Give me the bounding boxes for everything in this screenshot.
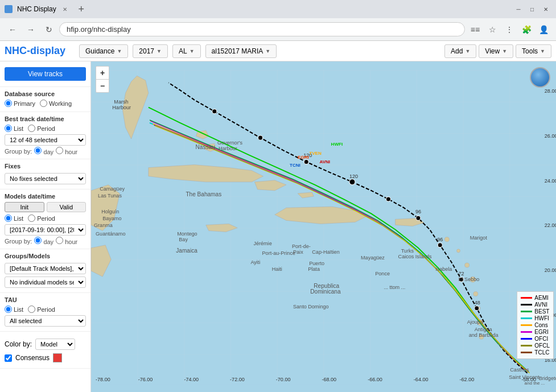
svg-text:Haiti: Haiti bbox=[272, 266, 282, 272]
add-dropdown[interactable]: Add ▼ bbox=[444, 44, 476, 58]
svg-text:28.00: 28.00 bbox=[545, 88, 556, 94]
init-valid-row: Init Valid bbox=[5, 202, 86, 212]
svg-text:48: 48 bbox=[475, 300, 480, 306]
color-by-select[interactable]: Model bbox=[35, 339, 75, 350]
svg-text:Turks: Turks bbox=[401, 248, 414, 254]
list-radio[interactable] bbox=[5, 125, 12, 132]
bookmark-button[interactable]: ☆ bbox=[484, 22, 500, 38]
sidebar: View tracks Database source Primary Work… bbox=[0, 61, 91, 392]
consensus-checkbox[interactable] bbox=[5, 354, 12, 362]
period3-radio-label[interactable]: Period bbox=[28, 306, 55, 313]
new-tab-button[interactable]: + bbox=[73, 1, 89, 17]
list2-radio[interactable] bbox=[5, 214, 12, 222]
fixes-title: Fixes bbox=[5, 163, 86, 170]
valid-button[interactable]: Valid bbox=[47, 202, 87, 212]
svg-text:El Sebbo: El Sebbo bbox=[459, 277, 480, 282]
map-globe-icon bbox=[530, 67, 550, 88]
day-radio[interactable] bbox=[34, 147, 42, 154]
extensions-button[interactable]: 🧩 bbox=[518, 22, 534, 38]
legend-color-aemi bbox=[521, 297, 532, 299]
svg-point-12 bbox=[438, 243, 442, 247]
primary-radio[interactable] bbox=[5, 100, 12, 107]
guidance-dropdown[interactable]: Guidance ▼ bbox=[79, 44, 128, 58]
groups-select[interactable]: [Default Track Models], [G... bbox=[5, 263, 86, 274]
tab-close-button[interactable]: ✕ bbox=[61, 5, 69, 13]
period2-radio-label[interactable]: Period bbox=[28, 214, 55, 222]
app-container: View tracks Database source Primary Work… bbox=[0, 61, 556, 392]
svg-point-3 bbox=[457, 249, 460, 253]
year-dropdown[interactable]: 2017 ▼ bbox=[133, 44, 168, 58]
day2-radio[interactable] bbox=[34, 237, 42, 244]
best-track-title: Best track date/time bbox=[5, 115, 86, 122]
svg-rect-0 bbox=[91, 70, 556, 385]
list2-radio-label[interactable]: List bbox=[5, 214, 23, 222]
svg-text:24.00: 24.00 bbox=[545, 178, 556, 184]
map-area[interactable]: 48 72 96 96 120 120 HWFI TVEN EGRI AVNI … bbox=[91, 61, 556, 392]
view-dropdown[interactable]: View ▼ bbox=[479, 44, 513, 58]
working-radio[interactable] bbox=[40, 100, 47, 107]
fixes-select[interactable]: No fixes selected bbox=[5, 173, 86, 184]
best-track-select[interactable]: 12 of 48 selected bbox=[5, 134, 86, 146]
forward-button[interactable]: → bbox=[23, 22, 39, 38]
svg-text:-72.00: -72.00 bbox=[230, 377, 245, 382]
hour2-radio-label[interactable]: hour bbox=[56, 237, 77, 245]
svg-text:96: 96 bbox=[415, 209, 421, 214]
day-radio-label[interactable]: day bbox=[34, 147, 53, 155]
profile-button[interactable]: 👤 bbox=[536, 22, 551, 38]
list3-radio[interactable] bbox=[5, 306, 12, 313]
working-radio-label[interactable]: Working bbox=[40, 100, 72, 107]
color-by-section: Color by: Model Consensus bbox=[0, 332, 90, 369]
legend-label-best: BEST bbox=[534, 308, 549, 315]
svg-point-11 bbox=[459, 277, 464, 282]
zoom-controls: + − bbox=[96, 66, 109, 93]
tools-dropdown[interactable]: Tools ▼ bbox=[516, 44, 551, 58]
period-radio-label[interactable]: Period bbox=[28, 125, 55, 132]
svg-text:Ajoupa: Ajoupa bbox=[467, 319, 484, 325]
models-date-select[interactable]: [2017-09-19: 00:00], [20... bbox=[5, 224, 86, 236]
list-radio-label[interactable]: List bbox=[5, 125, 23, 132]
basin-dropdown[interactable]: AL ▼ bbox=[172, 44, 201, 58]
minimize-button[interactable]: ─ bbox=[513, 3, 524, 15]
address-bar[interactable]: hfip.org/nhc-display bbox=[59, 22, 465, 36]
svg-text:Port-de-: Port-de- bbox=[292, 244, 311, 249]
hour2-radio[interactable] bbox=[56, 237, 63, 244]
day2-radio-label[interactable]: day bbox=[34, 237, 53, 245]
tau-select[interactable]: All selected bbox=[5, 315, 86, 327]
primary-radio-label[interactable]: Primary bbox=[5, 100, 35, 107]
list3-radio-label[interactable]: List bbox=[5, 306, 23, 313]
view-tracks-button[interactable]: View tracks bbox=[5, 67, 86, 81]
group-by-row: Group by: day hour bbox=[5, 147, 86, 155]
svg-text:20.00: 20.00 bbox=[545, 267, 556, 273]
legend-label-ofcl: OFCL bbox=[534, 343, 550, 349]
svg-text:Guantánamo: Guantánamo bbox=[96, 231, 125, 237]
legend-item-ofcl: OFCL bbox=[521, 343, 550, 349]
svg-text:-66.00: -66.00 bbox=[368, 377, 382, 382]
menu-button[interactable]: ⋮ bbox=[501, 22, 517, 38]
svg-point-7 bbox=[477, 307, 480, 310]
database-radio-group: Primary Working bbox=[5, 100, 86, 107]
svg-text:Harbour: Harbour bbox=[112, 105, 131, 110]
init-button[interactable]: Init bbox=[5, 202, 44, 212]
zoom-out-button[interactable]: − bbox=[96, 80, 109, 92]
svg-text:EGRI: EGRI bbox=[298, 155, 309, 160]
svg-text:Bay: Bay bbox=[179, 237, 188, 242]
bookmarks-bar-toggle[interactable]: ≡≡ bbox=[467, 22, 483, 38]
storm-dropdown[interactable]: al152017 MARIA ▼ bbox=[205, 44, 277, 58]
legend-color-tclc bbox=[521, 352, 532, 353]
individual-models-select[interactable]: No individual models selec... bbox=[5, 277, 86, 288]
period-radio[interactable] bbox=[28, 125, 35, 132]
zoom-in-button[interactable]: + bbox=[96, 67, 109, 79]
svg-text:Marigot: Marigot bbox=[470, 235, 488, 241]
fixes-section: Fixes No fixes selected bbox=[0, 159, 90, 189]
period3-radio[interactable] bbox=[28, 306, 35, 313]
svg-text:Las Tunas: Las Tunas bbox=[98, 193, 122, 199]
reload-button[interactable]: ↻ bbox=[41, 22, 57, 38]
close-button[interactable]: ✕ bbox=[540, 3, 551, 15]
hour-radio-label[interactable]: hour bbox=[56, 147, 77, 155]
back-button[interactable]: ← bbox=[5, 22, 20, 38]
hour-radio[interactable] bbox=[56, 147, 63, 154]
svg-text:-78.00: -78.00 bbox=[96, 377, 110, 382]
map-legend: AEMI AVNI BEST HWFI Cons EGRI bbox=[517, 291, 554, 359]
period2-radio[interactable] bbox=[28, 214, 35, 222]
maximize-button[interactable]: □ bbox=[526, 3, 538, 15]
